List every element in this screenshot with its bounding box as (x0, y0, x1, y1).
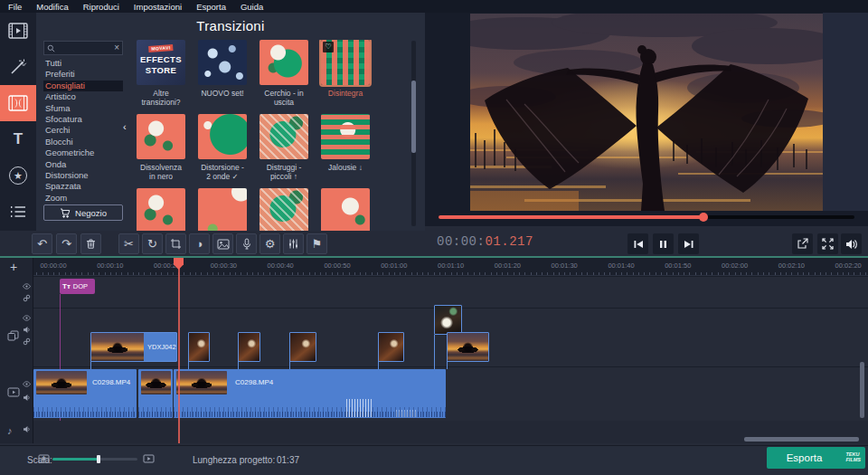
overlay-track-link-icon[interactable] (23, 337, 31, 346)
transition-cerchio-in-uscita[interactable]: Cerchio - in uscita (259, 40, 308, 114)
category-sfuma[interactable]: Sfuma (43, 103, 123, 114)
seek-bar[interactable] (439, 215, 854, 219)
timeline-ruler[interactable]: 00:00:0000:00:1000:00:2000:00:3000:00:40… (33, 258, 868, 276)
sidebar-item-transitions[interactable] (0, 85, 36, 121)
transition-thumbnail[interactable] (198, 40, 247, 85)
overlay-clip[interactable] (238, 332, 260, 362)
video-clip-3[interactable]: C0298.MP4 (174, 369, 446, 418)
add-track-button[interactable]: + (10, 260, 17, 274)
timeline-vertical-scrollbar[interactable] (860, 362, 864, 418)
transition-thumbnail[interactable] (198, 114, 247, 159)
sidebar-item-media[interactable] (0, 13, 36, 49)
zoom-in-frame-icon[interactable] (143, 454, 155, 463)
search-input[interactable] (55, 43, 114, 52)
menu-modifica[interactable]: Modifica (36, 2, 68, 12)
settings-button[interactable]: ⚙ (259, 233, 280, 254)
audio-track-mute-icon[interactable] (23, 425, 31, 433)
category-spazzata[interactable]: Spazzata (43, 181, 123, 192)
transition-nuovo-set[interactable]: NUOVO set! (198, 40, 247, 114)
overlay-clip[interactable] (289, 332, 316, 362)
insert-image-button[interactable] (212, 233, 233, 254)
fullscreen-button[interactable] (817, 233, 838, 254)
redo-button[interactable]: ↷ (56, 233, 77, 254)
category-distorsione[interactable]: Distorsione (43, 170, 123, 181)
title-track-link-icon[interactable] (23, 294, 31, 302)
transition-thumbnail[interactable]: ♡ (321, 40, 370, 85)
undo-button[interactable]: ↶ (32, 233, 52, 254)
transition-thumb-11[interactable] (321, 188, 370, 231)
video-clip-1[interactable]: C0298.MP4 (33, 369, 137, 418)
transition-altre-transizioni[interactable]: MOVAVIEFFECTSSTOREAltre transizioni? (137, 40, 185, 114)
overlay-clip[interactable] (188, 332, 210, 362)
search-box[interactable]: × (43, 41, 123, 55)
category-zoom[interactable]: Zoom (43, 193, 123, 204)
category-tutti[interactable]: Tutti (43, 58, 123, 69)
delete-button[interactable] (80, 233, 101, 254)
transition-thumb-9[interactable] (198, 188, 247, 231)
overlay-clip[interactable] (447, 332, 489, 362)
overlay-clip-ydxj042[interactable]: YDXJ042 (90, 332, 177, 362)
sidebar-item-filters[interactable] (0, 49, 36, 85)
transition-thumbnail[interactable]: MOVAVIEFFECTSSTORE (137, 40, 185, 85)
menu-esporta[interactable]: Esporta (196, 2, 226, 12)
category-blocchi[interactable]: Blocchi (43, 137, 123, 147)
sidebar-item-titles[interactable]: T (0, 121, 36, 157)
menu-riproduci[interactable]: Riproduci (83, 2, 119, 12)
share-view-button[interactable] (792, 233, 813, 254)
scale-slider[interactable] (52, 458, 137, 461)
pause-button[interactable] (653, 233, 674, 254)
transition-thumbnail[interactable] (259, 114, 308, 159)
transition-thumbnail[interactable] (137, 114, 185, 159)
store-button[interactable]: Negozio (43, 204, 123, 221)
title-clip[interactable]: Tт DOP (60, 279, 95, 294)
overlay-clip[interactable] (434, 305, 462, 335)
transition-dissolvenza-in-nero[interactable]: Dissolvenza in nero (137, 114, 185, 188)
zoom-out-frame-icon[interactable] (38, 454, 50, 463)
category-cerchi[interactable]: Cerchi (43, 125, 123, 136)
flag-button[interactable]: ⚑ (307, 233, 327, 254)
previous-frame-button[interactable] (627, 233, 648, 254)
crop-button[interactable] (165, 233, 186, 254)
transition-thumb-8[interactable] (137, 188, 185, 231)
next-frame-button[interactable] (678, 233, 699, 254)
split-button[interactable]: ✂ (118, 233, 139, 254)
title-track-visibility-icon[interactable] (23, 283, 31, 290)
video-clip-2[interactable] (138, 369, 173, 418)
transition-thumbnail[interactable] (321, 114, 370, 159)
menu-file[interactable]: File (8, 2, 22, 12)
transition-thumbnail[interactable] (259, 40, 308, 85)
menu-guida[interactable]: Guida (241, 2, 263, 12)
favorite-heart-icon[interactable]: ♡ (323, 42, 334, 52)
transition-disintegra[interactable]: ♡Disintegra (321, 40, 370, 114)
rotate-button[interactable]: ↻ (142, 233, 163, 254)
seek-handle[interactable] (699, 213, 708, 222)
video-track-visibility-icon[interactable] (23, 381, 31, 387)
scale-slider-handle[interactable] (97, 455, 100, 463)
category-artistico[interactable]: Artistico (43, 91, 123, 102)
grid-scrollbar-thumb[interactable] (411, 81, 416, 153)
menu-impostazioni[interactable]: Impostazioni (134, 2, 182, 12)
playhead-line[interactable] (178, 258, 180, 443)
collapse-chevron-icon[interactable]: ‹ (123, 121, 127, 132)
transition-thumbnail[interactable] (198, 188, 247, 231)
transition-distorsione-2-onde[interactable]: Distorsione - 2 onde ✓ (198, 114, 247, 188)
overlay-clip[interactable] (378, 332, 404, 362)
category-geometriche[interactable]: Geometriche (43, 147, 123, 158)
color-adjust-button[interactable]: ◑ (189, 233, 210, 254)
category-onda[interactable]: Onda (43, 159, 123, 170)
transition-thumbnail[interactable] (321, 188, 370, 231)
transition-jalousie[interactable]: Jalousie ↓ (321, 114, 370, 188)
sidebar-item-stickers[interactable]: ★ (0, 157, 36, 194)
export-button[interactable]: Esporta TEKU FILMS (767, 447, 865, 469)
category-consigliati[interactable]: Consigliati (43, 81, 123, 91)
overlay-track-visibility-icon[interactable] (23, 315, 31, 321)
timeline-horizontal-scrollbar[interactable] (744, 437, 859, 442)
overlay-track-mute-icon[interactable] (23, 326, 31, 334)
volume-button[interactable] (841, 233, 862, 254)
transition-thumb-10[interactable] (259, 188, 308, 231)
close-icon[interactable]: × (114, 43, 119, 52)
record-audio-button[interactable] (236, 233, 257, 254)
video-track-mute-icon[interactable] (23, 394, 31, 402)
category-sfocatura[interactable]: Sfocatura (43, 114, 123, 125)
transition-thumbnail[interactable] (137, 188, 185, 231)
